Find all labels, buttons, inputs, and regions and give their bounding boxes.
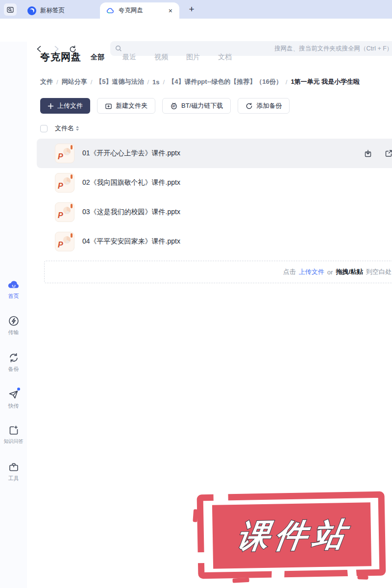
breadcrumb-current-folder: 1第一单元 我是小学生啦 [291, 77, 360, 86]
sidebar-item-label: 备份 [8, 366, 19, 373]
browser-toolbar: 搜网盘、搜当前文件夹或搜全网（Ctrl + F） [0, 19, 392, 42]
hint-text: 点击 [283, 268, 296, 276]
sidebar-item-label: 传输 [8, 329, 19, 336]
file-list-header: 文件名 [40, 124, 79, 133]
plus-icon [48, 103, 54, 109]
sidebar-item-tools[interactable]: 工具 [0, 461, 27, 482]
upload-file-link[interactable]: 上传文件 [299, 268, 324, 276]
breadcrumb-item[interactable]: 【4】课件ppt--绿色的【推荐】（16份） [168, 77, 282, 86]
breadcrumb-separator: / [163, 78, 165, 86]
breadcrumb-item[interactable]: 【5】道德与法治 [96, 77, 144, 86]
browser-tab-bar: 新标签页 夸克网盘 × + [0, 0, 392, 19]
file-list: P 01《开开心心上学去》课件.pptx P 02《我向国旗敬个礼》课件.pp [37, 139, 392, 256]
tab-image[interactable]: 图片 [186, 53, 200, 62]
action-button-row: 上传文件 新建文件夹 BT BT/磁力链下载 添 [40, 98, 290, 114]
bt-download-icon: BT [170, 102, 178, 110]
file-row[interactable]: P 04《平平安安回家来》课件.pptx [37, 227, 392, 256]
upload-drop-zone[interactable]: 点击 上传文件 or 拖拽/粘贴 到空白处 [44, 261, 392, 283]
row-actions [364, 139, 392, 168]
browser-tab-newtab[interactable]: 新标签页 [22, 2, 99, 19]
file-name: 04《平平安安回家来》课件.pptx [82, 237, 180, 246]
new-folder-button[interactable]: 新建文件夹 [97, 98, 155, 114]
filename-column-header[interactable]: 文件名 [55, 124, 79, 133]
tab-video[interactable]: 视频 [154, 53, 168, 62]
tab-close-icon[interactable]: × [168, 7, 173, 15]
svg-text:BT: BT [172, 105, 176, 108]
hint-drag-text: 拖拽/粘贴 [336, 268, 363, 276]
hint-text: 到空白处 [366, 268, 392, 276]
sidebar-item-home[interactable]: 首页 [0, 278, 27, 300]
sidebar-item-knowledge-qa[interactable]: 知识问答 [0, 424, 27, 445]
page-title: 夸克网盘 [40, 50, 81, 64]
sidebar-item-quick-send[interactable]: 快传 [0, 388, 27, 410]
file-row[interactable]: P 02《我向国旗敬个礼》课件.pptx [37, 168, 392, 197]
home-cloud-smile-icon [7, 278, 20, 291]
breadcrumb-separator: / [286, 78, 288, 86]
breadcrumb-separator: / [147, 78, 149, 86]
file-name: 03《这是我们的校园》课件.pptx [82, 208, 180, 217]
file-row[interactable]: P 01《开开心心上学去》课件.pptx [37, 139, 392, 168]
stamp-text: 课件站 [230, 513, 354, 559]
content-filter-tabs: 全部 最近 视频 图片 文档 [91, 53, 232, 62]
toolbox-icon [7, 461, 20, 473]
breadcrumb-separator: / [91, 78, 93, 86]
sidebar-rail: 首页 传输 备份 快传 [0, 42, 27, 588]
tab-all[interactable]: 全部 [91, 53, 104, 62]
button-label: BT/磁力链下载 [181, 101, 223, 110]
tab-document[interactable]: 文档 [218, 53, 232, 62]
button-label: 添加备份 [256, 101, 282, 110]
quark-browser-logo-icon [27, 6, 36, 15]
new-tab-button[interactable]: + [185, 3, 198, 16]
folder-plus-icon [105, 102, 112, 110]
button-label: 上传文件 [57, 101, 83, 110]
tab-recent[interactable]: 最近 [122, 53, 136, 62]
stamp-fill: 课件站 [212, 502, 371, 569]
pptx-file-icon: P [55, 144, 74, 163]
sort-icon[interactable] [76, 126, 79, 131]
courseware-stamp-watermark: 课件站 [197, 491, 386, 579]
file-name: 02《我向国旗敬个礼》课件.pptx [82, 178, 180, 187]
search-icon [115, 45, 122, 52]
pptx-file-icon: P [55, 202, 74, 222]
sidebar-item-transfer[interactable]: 传输 [0, 315, 27, 336]
tab-list-search-icon [6, 6, 14, 14]
sync-circle-icon [245, 102, 253, 110]
sidebar-item-backup[interactable]: 备份 [0, 351, 27, 373]
download-icon[interactable] [364, 149, 372, 158]
quick-send-plane-icon [7, 388, 20, 400]
browser-tab-quark-drive[interactable]: 夸克网盘 × [100, 2, 179, 19]
notification-badge [17, 388, 20, 391]
knowledge-qa-folder-icon [7, 424, 20, 436]
sidebar-item-label: 知识问答 [4, 438, 24, 445]
file-name: 01《开开心心上学去》课件.pptx [82, 149, 180, 158]
tab-title: 夸克网盘 [119, 6, 164, 15]
quark-drive-cloud-logo-icon [106, 6, 115, 15]
backup-sync-arrows-icon [7, 351, 20, 364]
breadcrumb-item[interactable]: 文件 [40, 77, 53, 86]
bt-magnet-download-button[interactable]: BT BT/磁力链下载 [162, 98, 231, 114]
column-label: 文件名 [55, 124, 74, 133]
breadcrumb: 文件 / 网站分享 / 【5】道德与法治 / 1s / 【4】课件ppt--绿色… [40, 77, 392, 86]
hint-text: or [327, 269, 333, 276]
search-placeholder-text: 搜网盘、搜当前文件夹或搜全网（Ctrl + F） [274, 45, 392, 53]
button-label: 新建文件夹 [116, 101, 147, 110]
sidebar-item-label: 工具 [8, 475, 19, 482]
pptx-file-icon: P [55, 232, 74, 251]
sidebar-item-label: 快传 [8, 402, 19, 410]
select-all-checkbox[interactable] [40, 125, 48, 132]
breadcrumb-separator: / [56, 78, 58, 86]
open-external-icon[interactable] [384, 149, 392, 158]
tab-title: 新标签页 [40, 6, 93, 15]
add-backup-button[interactable]: 添加备份 [238, 98, 290, 114]
upload-file-button[interactable]: 上传文件 [40, 98, 90, 114]
breadcrumb-item[interactable]: 网站分享 [62, 77, 87, 86]
tab-search-button[interactable] [4, 3, 17, 16]
pptx-file-icon: P [55, 173, 74, 193]
file-row[interactable]: P 03《这是我们的校园》课件.pptx [37, 197, 392, 227]
sidebar-item-label: 首页 [8, 293, 19, 300]
transfer-circle-bolt-icon [7, 315, 20, 327]
breadcrumb-item[interactable]: 1s [152, 78, 159, 86]
